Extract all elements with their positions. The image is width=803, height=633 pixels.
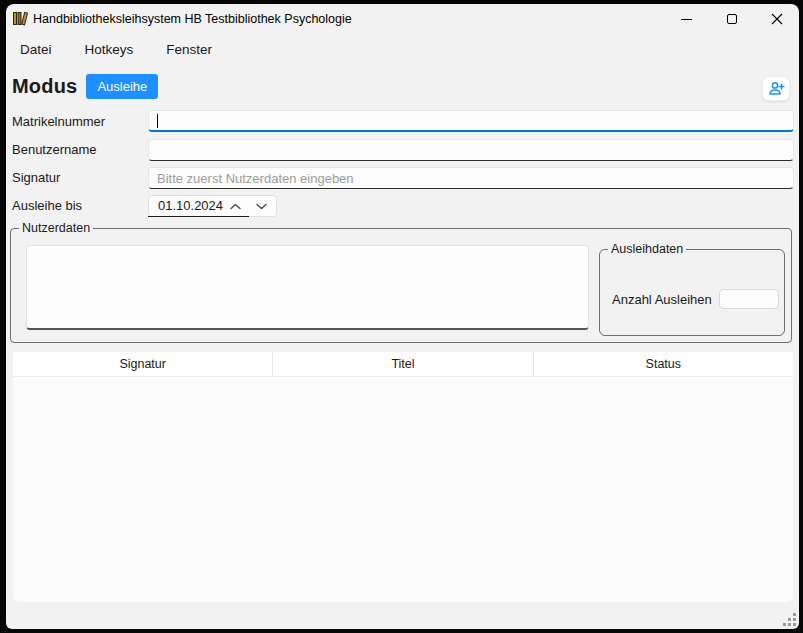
menu-datei[interactable]: Datei xyxy=(18,40,54,59)
date-underline xyxy=(148,216,249,217)
benutzername-field[interactable] xyxy=(148,139,794,161)
minimize-button[interactable] xyxy=(664,4,709,34)
table-header: Signatur Titel Status xyxy=(13,352,793,377)
minimize-icon xyxy=(681,19,692,20)
grip-dot xyxy=(783,623,786,626)
window-controls xyxy=(664,4,799,34)
text-caret xyxy=(157,114,158,128)
maximize-button[interactable] xyxy=(709,4,754,34)
anzahl-ausleihen-label: Anzahl Ausleihen xyxy=(612,292,712,307)
matrikelnummer-field[interactable] xyxy=(148,110,794,132)
title-bar[interactable]: Handbibliotheksleihsystem HB Testbibliot… xyxy=(6,4,799,34)
date-decrement-button[interactable] xyxy=(249,196,273,216)
close-button[interactable] xyxy=(754,4,799,34)
signatur-label: Signatur xyxy=(12,167,60,189)
ausleihdaten-groupbox: Ausleihdaten Anzahl Ausleihen xyxy=(599,249,785,336)
chevron-down-icon xyxy=(256,203,267,210)
ausleihdaten-groupbox-label: Ausleihdaten xyxy=(608,242,686,257)
table-header-titel[interactable]: Titel xyxy=(272,352,532,376)
ausleihe-bis-label: Ausleihe bis xyxy=(12,195,82,217)
app-window: Handbibliotheksleihsystem HB Testbibliot… xyxy=(6,4,799,629)
matrikelnummer-input[interactable] xyxy=(149,111,793,130)
signatur-field[interactable] xyxy=(148,167,794,189)
date-value: 01.10.2024 xyxy=(158,196,223,216)
chevron-up-icon xyxy=(230,203,241,210)
date-increment-button[interactable] xyxy=(223,196,247,216)
ausleihe-mode-button[interactable]: Ausleihe xyxy=(86,74,158,99)
grip-dot xyxy=(793,618,796,621)
resize-grip[interactable] xyxy=(783,613,797,627)
books-icon xyxy=(12,10,29,27)
close-icon xyxy=(771,13,783,25)
mode-row: Modus Ausleihe xyxy=(12,74,158,99)
grip-dot xyxy=(788,618,791,621)
menu-fenster[interactable]: Fenster xyxy=(164,40,214,59)
nutzerdaten-textarea[interactable] xyxy=(26,245,589,330)
nutzerdaten-groupbox: Nutzerdaten Ausleihdaten Anzahl Ausleihe… xyxy=(10,228,792,343)
matrikelnummer-label: Matrikelnummer xyxy=(12,111,105,133)
add-user-button[interactable] xyxy=(762,76,790,101)
menu-hotkeys[interactable]: Hotkeys xyxy=(83,40,136,59)
table-header-signatur[interactable]: Signatur xyxy=(13,352,272,376)
menu-bar: Datei Hotkeys Fenster xyxy=(18,40,214,59)
grip-dot xyxy=(793,613,796,616)
table-body xyxy=(13,377,793,602)
grip-dot xyxy=(793,623,796,626)
window-title: Handbibliotheksleihsystem HB Testbibliot… xyxy=(33,4,352,34)
grip-dot xyxy=(788,623,791,626)
anzahl-ausleihen-input[interactable] xyxy=(719,289,779,309)
nutzerdaten-groupbox-label: Nutzerdaten xyxy=(19,221,93,236)
ausleihe-bis-date-picker[interactable]: 01.10.2024 xyxy=(148,195,277,217)
benutzername-label: Benutzername xyxy=(12,139,97,161)
person-add-icon xyxy=(768,81,785,96)
benutzername-input[interactable] xyxy=(149,140,793,160)
signatur-input[interactable] xyxy=(149,168,793,188)
table-header-status[interactable]: Status xyxy=(533,352,793,376)
mode-heading: Modus xyxy=(12,75,77,98)
maximize-icon xyxy=(727,14,737,24)
